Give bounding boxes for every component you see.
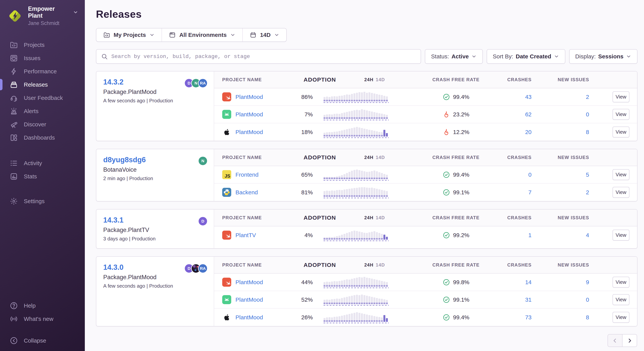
crashes-count-link[interactable]: 0 — [528, 171, 532, 178]
project-link[interactable]: PlantTV — [236, 232, 256, 238]
new-issues-count-link[interactable]: 4 — [586, 232, 589, 238]
sparkline-bar-base — [344, 320, 346, 322]
project-link[interactable]: Backend — [236, 189, 258, 196]
timespan-24h-toggle[interactable]: 24H — [364, 262, 374, 267]
new-issues-count-link[interactable]: 8 — [586, 314, 589, 320]
sparkline-bar-base — [378, 285, 380, 287]
view-button[interactable]: View — [612, 109, 630, 120]
timespan-24h-toggle[interactable]: 24H — [364, 155, 374, 160]
new-issues-count-link[interactable]: 0 — [586, 111, 589, 118]
user-name: Jane Schmidt — [28, 20, 78, 26]
sparkline-bar — [344, 174, 346, 179]
sparkline-bar-base — [354, 178, 356, 179]
new-issues-count-link[interactable]: 2 — [586, 94, 589, 100]
sidebar-item-whats-new[interactable]: What's new — [0, 312, 85, 325]
sparkline-bar-base — [344, 117, 346, 119]
new-issues-count-link[interactable]: 0 — [586, 296, 589, 303]
crashes-count-link[interactable]: 14 — [525, 279, 532, 285]
col-header-adoption: ADOPTION — [300, 262, 324, 268]
sort-dropdown[interactable]: Sort By:Date Created — [487, 49, 565, 64]
project-link[interactable]: PlantMood — [236, 129, 263, 135]
sidebar-item-settings[interactable]: Settings — [0, 194, 85, 208]
sidebar-item-stats[interactable]: Stats — [0, 170, 85, 183]
project-link[interactable]: PlantMood — [236, 314, 263, 321]
sparkline-bar — [326, 114, 328, 119]
project-link[interactable]: Frontend — [236, 171, 258, 178]
crashes-count-link[interactable]: 1 — [528, 232, 532, 238]
crash-free-cell: 99.4% — [404, 93, 494, 101]
timespan-14d-toggle[interactable]: 14D — [376, 77, 385, 82]
crashes-count-link[interactable]: 31 — [525, 296, 532, 303]
col-header-new-issues: NEW ISSUES — [542, 262, 600, 268]
sparkline-bar-base — [368, 303, 370, 304]
sidebar-item-label: Performance — [24, 68, 57, 75]
project-row: PlantMood26%99.4%738View — [214, 308, 637, 326]
timespan-24h-toggle[interactable]: 24H — [364, 215, 374, 220]
crashes-count-link[interactable]: 7 — [528, 189, 532, 195]
view-button[interactable]: View — [612, 277, 630, 288]
sidebar-item-help[interactable]: Help — [0, 299, 85, 312]
check-circle-icon — [442, 171, 450, 179]
org-switcher[interactable]: Empower Plant Jane Schmidt — [0, 5, 85, 26]
sparkline-bar-base — [376, 100, 378, 101]
timespan-14d-toggle[interactable]: 14D — [376, 262, 385, 267]
sparkline-bar — [386, 318, 388, 322]
project-link[interactable]: PlantMood — [236, 111, 263, 118]
sidebar-item-projects[interactable]: Projects — [0, 38, 85, 52]
view-button[interactable]: View — [612, 230, 630, 241]
search-input[interactable] — [111, 54, 416, 60]
release-version-link[interactable]: 14.3.1 — [103, 216, 207, 224]
timespan-14d-toggle[interactable]: 14D — [376, 155, 385, 160]
crashes-count-link[interactable]: 73 — [525, 314, 532, 320]
org-logo-icon — [6, 8, 24, 24]
new-issues-count-link[interactable]: 5 — [586, 171, 589, 178]
view-button[interactable]: View — [612, 187, 630, 198]
view-button[interactable]: View — [612, 127, 630, 138]
timespan-14d-toggle[interactable]: 14D — [376, 215, 385, 220]
sidebar-item-activity[interactable]: Activity — [0, 157, 85, 170]
sidebar-item-dashboards[interactable]: Dashboards — [0, 131, 85, 144]
release-card: d8yug8sdg6BotanaVoice2 min ago | Product… — [96, 149, 638, 201]
status-dropdown[interactable]: Status:Active — [425, 49, 482, 64]
view-button[interactable]: View — [612, 312, 630, 323]
sidebar-item-discover[interactable]: Discover — [0, 118, 85, 131]
project-link[interactable]: PlantMood — [236, 94, 263, 100]
project-link[interactable]: PlantMood — [236, 296, 263, 303]
sidebar-item-collapse[interactable]: Collapse — [0, 334, 85, 347]
sparkline-bar — [371, 93, 373, 101]
pagination-prev-button[interactable] — [608, 334, 622, 347]
new-issues-count-link[interactable]: 9 — [586, 279, 589, 285]
view-button[interactable]: View — [612, 91, 630, 102]
sparkline-bar-base — [374, 117, 375, 119]
new-issues-count-link[interactable]: 2 — [586, 189, 589, 195]
display-dropdown[interactable]: Display:Sessions — [569, 49, 638, 64]
filter-environments-filter[interactable]: All Environments — [162, 29, 243, 42]
release-version-link[interactable]: d8yug8sdg6 — [103, 156, 207, 164]
view-button[interactable]: View — [612, 294, 630, 305]
new-issues-count-link[interactable]: 8 — [586, 129, 589, 135]
sparkline-bar — [351, 111, 353, 119]
filter-date-filter[interactable]: 14D — [243, 29, 286, 42]
sparkline-bar — [376, 171, 378, 179]
table-header-row: PROJECT NAMEADOPTION24H14DCRASH FREE RAT… — [214, 257, 637, 274]
pagination-next-button[interactable] — [622, 334, 637, 347]
project-link[interactable]: PlantMood — [236, 279, 263, 285]
view-button[interactable]: View — [612, 169, 630, 180]
sidebar-item-alerts[interactable]: Alerts — [0, 105, 85, 118]
timespan-24h-toggle[interactable]: 24H — [364, 77, 374, 82]
sidebar-item-releases[interactable]: Releases — [0, 78, 85, 91]
display-value: Sessions — [598, 53, 624, 60]
sidebar-item-issues[interactable]: Issues — [0, 52, 85, 65]
sparkline-bar-base — [356, 285, 358, 287]
avatar: RA — [198, 78, 208, 88]
sidebar-item-performance[interactable]: Performance — [0, 65, 85, 78]
crashes-count-link[interactable]: 43 — [525, 94, 532, 100]
chevron-left-icon — [612, 337, 618, 344]
filter-projects-filter[interactable]: My Projects — [96, 29, 162, 42]
filter-label: 14D — [260, 32, 270, 38]
sparkline-bar — [381, 299, 383, 304]
crashes-count-link[interactable]: 20 — [525, 129, 532, 135]
crashes-count-link[interactable]: 62 — [525, 111, 532, 118]
sidebar-item-user-feedback[interactable]: User Feedback — [0, 91, 85, 105]
sparkline-bar-base — [386, 195, 388, 197]
